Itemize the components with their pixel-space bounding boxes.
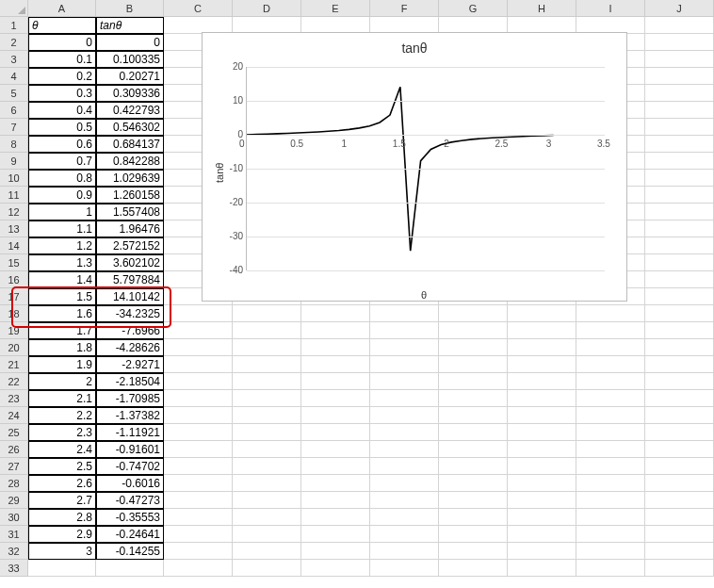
cell-D26[interactable] <box>233 441 301 458</box>
cell-B14[interactable]: 2.572152 <box>96 237 164 254</box>
cell-F25[interactable] <box>370 424 439 441</box>
row-header-1[interactable]: 1 <box>0 17 28 34</box>
cell-C21[interactable] <box>164 356 233 373</box>
cell-H26[interactable] <box>508 441 576 458</box>
cell-D29[interactable] <box>233 492 301 509</box>
cell-F26[interactable] <box>370 441 439 458</box>
cell-B4[interactable]: 0.20271 <box>96 68 164 85</box>
row-header-30[interactable]: 30 <box>0 509 28 526</box>
cell-F31[interactable] <box>370 526 439 543</box>
cell-I22[interactable] <box>576 373 645 390</box>
cell-A5[interactable]: 0.3 <box>28 85 96 102</box>
cell-A10[interactable]: 0.8 <box>28 170 96 187</box>
cell-A9[interactable]: 0.7 <box>28 153 96 170</box>
cell-B13[interactable]: 1.96476 <box>96 220 164 237</box>
cell-I32[interactable] <box>576 543 645 560</box>
cell-J16[interactable] <box>645 271 714 288</box>
cell-C30[interactable] <box>164 509 233 526</box>
cell-E20[interactable] <box>301 339 370 356</box>
cell-H27[interactable] <box>508 458 576 475</box>
cell-I26[interactable] <box>576 441 645 458</box>
cell-D33[interactable] <box>233 560 301 577</box>
cell-J8[interactable] <box>645 136 714 153</box>
cell-D27[interactable] <box>233 458 301 475</box>
cell-E32[interactable] <box>301 543 370 560</box>
cell-A4[interactable]: 0.2 <box>28 68 96 85</box>
cell-D21[interactable] <box>233 356 301 373</box>
cell-D24[interactable] <box>233 407 301 424</box>
column-header-I[interactable]: I <box>576 0 645 17</box>
cell-A13[interactable]: 1.1 <box>28 220 96 237</box>
cell-J33[interactable] <box>645 560 714 577</box>
cell-J28[interactable] <box>645 475 714 492</box>
cell-A26[interactable]: 2.4 <box>28 441 96 458</box>
cell-B23[interactable]: -1.70985 <box>96 390 164 407</box>
cell-G26[interactable] <box>439 441 508 458</box>
cell-B8[interactable]: 0.684137 <box>96 136 164 153</box>
cell-F30[interactable] <box>370 509 439 526</box>
cell-G25[interactable] <box>439 424 508 441</box>
cell-A1[interactable]: θ <box>28 17 96 34</box>
cell-C29[interactable] <box>164 492 233 509</box>
cell-J15[interactable] <box>645 254 714 271</box>
row-header-16[interactable]: 16 <box>0 271 28 288</box>
row-header-17[interactable]: 17 <box>0 288 28 305</box>
cell-E33[interactable] <box>301 560 370 577</box>
cell-G24[interactable] <box>439 407 508 424</box>
row-header-7[interactable]: 7 <box>0 119 28 136</box>
cell-I33[interactable] <box>576 560 645 577</box>
cell-F21[interactable] <box>370 356 439 373</box>
row-header-23[interactable]: 23 <box>0 390 28 407</box>
cell-J26[interactable] <box>645 441 714 458</box>
cell-I25[interactable] <box>576 424 645 441</box>
cell-B22[interactable]: -2.18504 <box>96 373 164 390</box>
cell-J3[interactable] <box>645 51 714 68</box>
cell-G31[interactable] <box>439 526 508 543</box>
cell-C31[interactable] <box>164 526 233 543</box>
cell-G29[interactable] <box>439 492 508 509</box>
cell-J25[interactable] <box>645 424 714 441</box>
cell-J9[interactable] <box>645 153 714 170</box>
cell-I29[interactable] <box>576 492 645 509</box>
cell-H19[interactable] <box>508 322 576 339</box>
cell-B30[interactable]: -0.35553 <box>96 509 164 526</box>
cell-A31[interactable]: 2.9 <box>28 526 96 543</box>
cell-D32[interactable] <box>233 543 301 560</box>
cell-D18[interactable] <box>233 305 301 322</box>
cell-B7[interactable]: 0.546302 <box>96 119 164 136</box>
cell-E21[interactable] <box>301 356 370 373</box>
row-header-15[interactable]: 15 <box>0 254 28 271</box>
cell-A32[interactable]: 3 <box>28 543 96 560</box>
cell-J32[interactable] <box>645 543 714 560</box>
cell-H31[interactable] <box>508 526 576 543</box>
cell-B31[interactable]: -0.24641 <box>96 526 164 543</box>
cell-J17[interactable] <box>645 288 714 305</box>
column-header-E[interactable]: E <box>301 0 370 17</box>
cell-H21[interactable] <box>508 356 576 373</box>
cell-E26[interactable] <box>301 441 370 458</box>
cell-B28[interactable]: -0.6016 <box>96 475 164 492</box>
cell-B11[interactable]: 1.260158 <box>96 187 164 204</box>
cell-A29[interactable]: 2.7 <box>28 492 96 509</box>
cell-C20[interactable] <box>164 339 233 356</box>
cell-J7[interactable] <box>645 119 714 136</box>
cell-C28[interactable] <box>164 475 233 492</box>
cell-A15[interactable]: 1.3 <box>28 254 96 271</box>
cell-J10[interactable] <box>645 170 714 187</box>
cell-B12[interactable]: 1.557408 <box>96 204 164 220</box>
cell-A23[interactable]: 2.1 <box>28 390 96 407</box>
cell-A11[interactable]: 0.9 <box>28 187 96 204</box>
cell-E30[interactable] <box>301 509 370 526</box>
cell-E24[interactable] <box>301 407 370 424</box>
cell-G33[interactable] <box>439 560 508 577</box>
cell-J24[interactable] <box>645 407 714 424</box>
cell-H18[interactable] <box>508 305 576 322</box>
cell-A2[interactable]: 0 <box>28 34 96 51</box>
cell-C22[interactable] <box>164 373 233 390</box>
row-header-20[interactable]: 20 <box>0 339 28 356</box>
cell-J20[interactable] <box>645 339 714 356</box>
cell-B15[interactable]: 3.602102 <box>96 254 164 271</box>
cell-B2[interactable]: 0 <box>96 34 164 51</box>
cell-E22[interactable] <box>301 373 370 390</box>
row-header-8[interactable]: 8 <box>0 136 28 153</box>
